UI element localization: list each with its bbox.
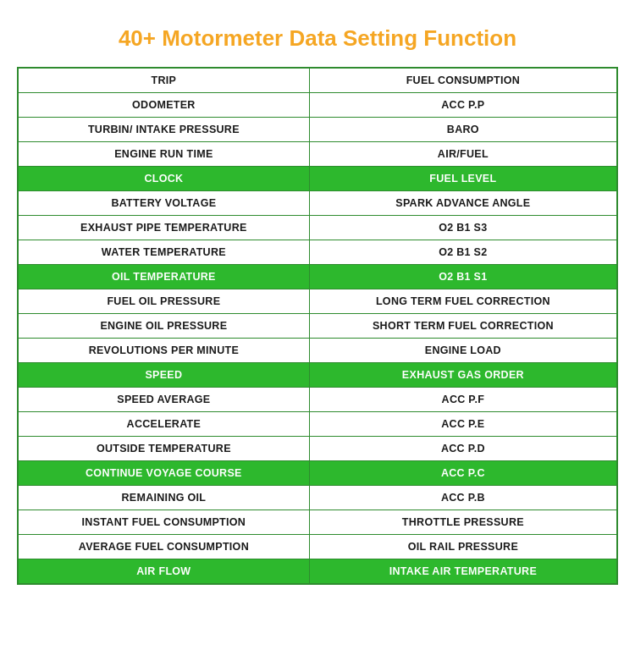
table-row: SPEED AVERAGEACC P.F bbox=[18, 388, 617, 412]
table-cell-left: EXHAUST PIPE TEMPERATURE bbox=[18, 216, 309, 240]
table-cell-left: REVOLUTIONS PER MINUTE bbox=[18, 339, 309, 363]
table-cell-right: O2 B1 S3 bbox=[309, 216, 617, 240]
table-cell-left: TRIP bbox=[18, 68, 309, 93]
table-cell-right: ACC P.C bbox=[309, 461, 617, 486]
table-cell-right: ACC P.P bbox=[309, 93, 617, 118]
table-row: INSTANT FUEL CONSUMPTIONTHROTTLE PRESSUR… bbox=[18, 510, 617, 535]
table-cell-left: FUEL OIL PRESSURE bbox=[18, 289, 309, 314]
table-cell-left: INSTANT FUEL CONSUMPTION bbox=[18, 510, 309, 535]
table-cell-left: WATER TEMPERATURE bbox=[18, 240, 309, 265]
table-cell-left: AVERAGE FUEL CONSUMPTION bbox=[18, 535, 309, 559]
table-row: BATTERY VOLTAGESPARK ADVANCE ANGLE bbox=[18, 191, 617, 216]
table-cell-left: OUTSIDE TEMPERATURE bbox=[18, 437, 309, 461]
table-row: ENGINE RUN TIMEAIR/FUEL bbox=[18, 142, 617, 167]
table-cell-right: ENGINE LOAD bbox=[309, 339, 617, 363]
table-cell-right: FUEL CONSUMPTION bbox=[309, 68, 617, 93]
table-cell-left: CONTINUE VOYAGE COURSE bbox=[18, 461, 309, 486]
page-wrapper: 40+ Motormeter Data Setting Function TRI… bbox=[17, 17, 618, 585]
table-row: CLOCKFUEL LEVEL bbox=[18, 167, 617, 191]
table-row: FUEL OIL PRESSURELONG TERM FUEL CORRECTI… bbox=[18, 289, 617, 314]
table-cell-right: ACC P.F bbox=[309, 388, 617, 412]
table-row: OUTSIDE TEMPERATUREACC P.D bbox=[18, 437, 617, 461]
table-cell-right: SPARK ADVANCE ANGLE bbox=[309, 191, 617, 216]
table-cell-left: SPEED bbox=[18, 363, 309, 388]
table-cell-left: ODOMETER bbox=[18, 93, 309, 118]
table-cell-left: AIR FLOW bbox=[18, 559, 309, 585]
table-cell-right: O2 B1 S1 bbox=[309, 265, 617, 289]
table-cell-right: ACC P.D bbox=[309, 437, 617, 461]
table-row: REVOLUTIONS PER MINUTEENGINE LOAD bbox=[18, 339, 617, 363]
table-cell-right: ACC P.E bbox=[309, 412, 617, 437]
table-cell-right: AIR/FUEL bbox=[309, 142, 617, 167]
table-row: REMAINING OILACC P.B bbox=[18, 486, 617, 510]
table-cell-left: ACCELERATE bbox=[18, 412, 309, 437]
table-row: ENGINE OIL PRESSURESHORT TERM FUEL CORRE… bbox=[18, 314, 617, 339]
table-cell-left: ENGINE RUN TIME bbox=[18, 142, 309, 167]
table-cell-right: LONG TERM FUEL CORRECTION bbox=[309, 289, 617, 314]
table-row: SPEEDEXHAUST GAS ORDER bbox=[18, 363, 617, 388]
table-row: EXHAUST PIPE TEMPERATUREO2 B1 S3 bbox=[18, 216, 617, 240]
table-row: OIL TEMPERATUREO2 B1 S1 bbox=[18, 265, 617, 289]
table-row: AVERAGE FUEL CONSUMPTIONOIL RAIL PRESSUR… bbox=[18, 535, 617, 559]
table-cell-left: REMAINING OIL bbox=[18, 486, 309, 510]
table-cell-left: SPEED AVERAGE bbox=[18, 388, 309, 412]
table-row: ACCELERATEACC P.E bbox=[18, 412, 617, 437]
table-cell-right: THROTTLE PRESSURE bbox=[309, 510, 617, 535]
page-title: 40+ Motormeter Data Setting Function bbox=[17, 25, 618, 52]
table-cell-right: SHORT TERM FUEL CORRECTION bbox=[309, 314, 617, 339]
table-row: CONTINUE VOYAGE COURSEACC P.C bbox=[18, 461, 617, 486]
table-cell-left: CLOCK bbox=[18, 167, 309, 191]
table-row: WATER TEMPERATUREO2 B1 S2 bbox=[18, 240, 617, 265]
table-cell-right: FUEL LEVEL bbox=[309, 167, 617, 191]
table-cell-left: BATTERY VOLTAGE bbox=[18, 191, 309, 216]
table-row: TURBIN/ INTAKE PRESSUREBARO bbox=[18, 118, 617, 142]
table-cell-left: OIL TEMPERATURE bbox=[18, 265, 309, 289]
table-cell-right: ACC P.B bbox=[309, 486, 617, 510]
table-row: ODOMETERACC P.P bbox=[18, 93, 617, 118]
table-cell-right: OIL RAIL PRESSURE bbox=[309, 535, 617, 559]
table-cell-right: EXHAUST GAS ORDER bbox=[309, 363, 617, 388]
table-cell-right: O2 B1 S2 bbox=[309, 240, 617, 265]
table-cell-left: ENGINE OIL PRESSURE bbox=[18, 314, 309, 339]
table-cell-right: BARO bbox=[309, 118, 617, 142]
table-row: AIR FLOWINTAKE AIR TEMPERATURE bbox=[18, 559, 617, 585]
table-cell-right: INTAKE AIR TEMPERATURE bbox=[309, 559, 617, 585]
table-row: TRIPFUEL CONSUMPTION bbox=[18, 68, 617, 93]
data-table: TRIPFUEL CONSUMPTIONODOMETERACC P.PTURBI… bbox=[17, 67, 618, 585]
table-cell-left: TURBIN/ INTAKE PRESSURE bbox=[18, 118, 309, 142]
